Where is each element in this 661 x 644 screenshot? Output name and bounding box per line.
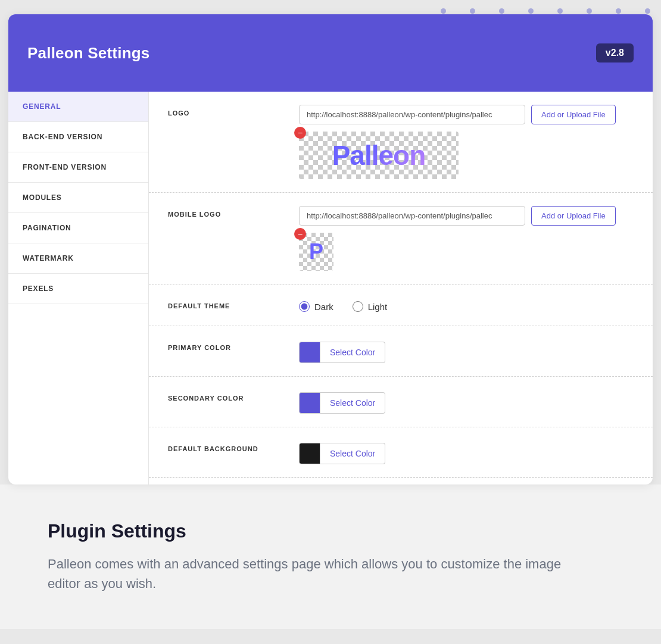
mobile-logo-control: Add or Upload File − P (299, 206, 634, 271)
logo-remove-button[interactable]: − (294, 127, 306, 139)
default-background-row: Default Background Select Color (149, 427, 653, 478)
logo-label: Logo (168, 105, 299, 117)
logo-upload-button[interactable]: Add or Upload File (531, 105, 616, 124)
bottom-title: Plugin Settings (48, 520, 625, 542)
default-theme-control: Dark Light (299, 298, 634, 312)
primary-color-wrap: Select Color (299, 339, 634, 363)
theme-light-option[interactable]: Light (353, 301, 388, 312)
logo-text: Palleon (332, 139, 426, 171)
settings-panel: Logo Add or Upload File − Palleon (149, 92, 653, 484)
mobile-logo-row: Mobile Logo Add or Upload File − P (149, 193, 653, 285)
default-background-select-button[interactable]: Select Color (320, 443, 385, 464)
mobile-logo-preview-wrap: − P (299, 233, 634, 271)
default-background-control: Select Color (299, 440, 634, 464)
logo-preview-wrap: − Palleon (299, 132, 634, 179)
sidebar-item-modules[interactable]: Modules (8, 183, 148, 213)
mobile-logo-remove-button[interactable]: − (294, 228, 306, 240)
decorative-dots-top (0, 8, 661, 14)
secondary-color-control: Select Color (299, 390, 634, 414)
theme-light-label: Light (368, 302, 388, 312)
mobile-logo-upload-button[interactable]: Add or Upload File (531, 206, 616, 226)
primary-color-swatch[interactable] (299, 342, 320, 363)
logo-preview-image: Palleon (299, 132, 459, 179)
mobile-logo-preview-image: P (299, 233, 333, 271)
mobile-logo-label: Mobile Logo (168, 206, 299, 218)
page-title: Palleon Settings (27, 44, 149, 62)
main-card: Palleon Settings v2.8 General Back-End V… (8, 14, 653, 484)
primary-color-row: Primary Color Select Color (149, 326, 653, 377)
bottom-section: Plugin Settings Palleon comes with an ad… (0, 484, 661, 629)
secondary-color-select-button[interactable]: Select Color (320, 392, 385, 414)
bottom-description: Palleon comes with an advanced settings … (48, 554, 584, 593)
default-background-wrap: Select Color (299, 440, 634, 464)
theme-light-radio[interactable] (353, 301, 363, 312)
sidebar-item-back-end-version[interactable]: Back-End Version (8, 122, 148, 152)
secondary-color-row: Secondary Color Select Color (149, 377, 653, 427)
content-area: General Back-End Version Front-End Versi… (8, 92, 653, 484)
version-badge: v2.8 (596, 43, 634, 62)
primary-color-control: Select Color (299, 339, 634, 363)
theme-dark-label: Dark (314, 302, 333, 312)
sidebar-item-pexels[interactable]: Pexels (8, 274, 148, 304)
default-theme-row: Default Theme Dark Light (149, 285, 653, 326)
logo-file-row: Add or Upload File (299, 105, 634, 124)
theme-radio-group: Dark Light (299, 298, 634, 312)
header: Palleon Settings v2.8 (8, 14, 653, 92)
sidebar-item-general[interactable]: General (8, 92, 148, 122)
sidebar: General Back-End Version Front-End Versi… (8, 92, 149, 484)
primary-color-label: Primary Color (168, 339, 299, 351)
default-background-label: Default Background (168, 440, 299, 452)
sidebar-item-pagination[interactable]: Pagination (8, 213, 148, 243)
logo-row: Logo Add or Upload File − Palleon (149, 92, 653, 193)
secondary-color-swatch[interactable] (299, 392, 320, 414)
sidebar-item-front-end-version[interactable]: Front-End Version (8, 152, 148, 183)
default-theme-label: Default Theme (168, 298, 299, 310)
secondary-color-wrap: Select Color (299, 390, 634, 414)
mobile-logo-letter: P (309, 239, 323, 264)
theme-dark-option[interactable]: Dark (299, 301, 333, 312)
mobile-logo-url-input[interactable] (299, 206, 525, 226)
default-background-swatch[interactable] (299, 443, 320, 464)
secondary-color-label: Secondary Color (168, 390, 299, 402)
mobile-logo-file-row: Add or Upload File (299, 206, 634, 226)
theme-dark-radio[interactable] (299, 301, 310, 312)
primary-color-select-button[interactable]: Select Color (320, 342, 385, 363)
logo-control: Add or Upload File − Palleon (299, 105, 634, 179)
logo-url-input[interactable] (299, 105, 525, 124)
sidebar-item-watermark[interactable]: Watermark (8, 243, 148, 274)
